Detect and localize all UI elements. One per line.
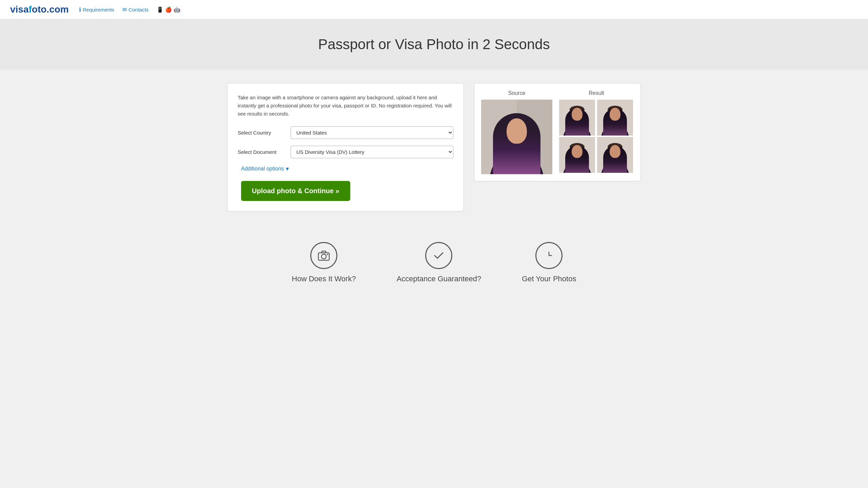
android-icon: 🤖 bbox=[174, 6, 180, 13]
svg-point-55 bbox=[573, 154, 575, 155]
svg-point-51 bbox=[568, 148, 573, 159]
bottom-grid: How Does It Work? Acceptance Guaranteed? bbox=[264, 242, 604, 283]
svg-point-53 bbox=[573, 154, 575, 156]
apple-icon: 🍎 bbox=[165, 6, 172, 13]
nav-requirements[interactable]: ℹ Requirements bbox=[79, 6, 114, 13]
svg-point-5 bbox=[518, 167, 522, 171]
nav-apps[interactable]: 📱 🍎 🤖 bbox=[157, 6, 180, 13]
country-row: Select Country United States Canada Unit… bbox=[238, 126, 453, 139]
source-photo bbox=[481, 100, 552, 174]
svg-point-28 bbox=[579, 116, 581, 118]
svg-point-16 bbox=[521, 139, 523, 141]
email-icon: ✉ bbox=[122, 6, 127, 13]
svg-point-45 bbox=[563, 161, 591, 173]
svg-point-42 bbox=[611, 117, 613, 118]
svg-point-7 bbox=[521, 166, 523, 168]
get-photos-label: Get Your Photos bbox=[522, 274, 576, 283]
svg-rect-22 bbox=[575, 121, 579, 127]
svg-point-24 bbox=[570, 106, 585, 114]
svg-point-12 bbox=[524, 128, 532, 145]
svg-rect-35 bbox=[613, 121, 617, 127]
site-header: visafoto.com ℹ Requirements ✉ Contacts 📱… bbox=[0, 0, 868, 19]
document-label: Select Document bbox=[238, 149, 285, 155]
svg-point-37 bbox=[608, 106, 623, 114]
svg-point-58 bbox=[601, 161, 629, 173]
svg-point-30 bbox=[579, 117, 581, 118]
result-photo-section: Result bbox=[559, 90, 634, 173]
hero-section: Passport or Visa Photo in 2 Seconds bbox=[0, 19, 868, 69]
site-logo[interactable]: visafoto.com bbox=[10, 4, 69, 15]
svg-point-40 bbox=[611, 116, 613, 118]
svg-point-38 bbox=[606, 111, 611, 122]
svg-point-41 bbox=[617, 116, 619, 118]
bottom-section: How Does It Work? Acceptance Guaranteed? bbox=[0, 225, 868, 293]
svg-point-23 bbox=[570, 108, 585, 126]
upload-button[interactable]: Upload photo & Continue » bbox=[241, 181, 350, 201]
check-icon-container bbox=[425, 242, 452, 269]
svg-point-3 bbox=[508, 166, 512, 169]
acceptance-label: Acceptance Guaranteed? bbox=[397, 274, 481, 283]
result-grid bbox=[559, 100, 634, 173]
svg-point-9 bbox=[504, 125, 530, 156]
svg-point-26 bbox=[581, 111, 587, 122]
svg-rect-8 bbox=[514, 148, 520, 156]
svg-point-64 bbox=[606, 148, 611, 159]
svg-point-67 bbox=[617, 154, 619, 156]
acceptance-item: Acceptance Guaranteed? bbox=[397, 242, 481, 283]
document-select[interactable]: US Diversity Visa (DV) Lottery US Passpo… bbox=[291, 146, 453, 158]
camera-icon bbox=[310, 242, 337, 269]
svg-point-6 bbox=[510, 169, 513, 172]
svg-point-72 bbox=[327, 254, 328, 255]
left-panel: Take an image with a smartphone or camer… bbox=[227, 83, 464, 211]
svg-point-13 bbox=[510, 138, 514, 141]
svg-point-66 bbox=[611, 154, 613, 156]
svg-point-46 bbox=[577, 160, 580, 163]
clock-icon bbox=[535, 242, 563, 269]
svg-point-2 bbox=[490, 150, 544, 174]
svg-point-10 bbox=[504, 121, 530, 134]
svg-point-59 bbox=[615, 160, 618, 163]
svg-point-17 bbox=[515, 142, 518, 145]
result-thumb-3 bbox=[559, 137, 595, 173]
main-content: Take an image with a smartphone or camer… bbox=[214, 83, 654, 211]
svg-point-39 bbox=[619, 111, 625, 122]
svg-point-68 bbox=[611, 154, 613, 155]
svg-rect-61 bbox=[613, 159, 617, 164]
svg-rect-48 bbox=[575, 159, 579, 164]
svg-point-27 bbox=[573, 116, 575, 118]
svg-rect-44 bbox=[559, 137, 595, 173]
svg-point-15 bbox=[511, 139, 513, 141]
document-row: Select Document US Diversity Visa (DV) L… bbox=[238, 146, 453, 158]
svg-point-62 bbox=[608, 145, 623, 164]
right-panel: Source bbox=[474, 83, 641, 181]
svg-point-49 bbox=[570, 145, 585, 164]
hero-title: Passport or Visa Photo in 2 Seconds bbox=[7, 36, 861, 53]
svg-point-43 bbox=[617, 117, 619, 118]
svg-point-34 bbox=[612, 124, 615, 127]
camera-icon-container bbox=[310, 242, 337, 269]
get-photos-item: Get Your Photos bbox=[522, 242, 576, 283]
result-label: Result bbox=[559, 90, 634, 96]
country-label: Select Country bbox=[238, 130, 285, 136]
svg-point-60 bbox=[612, 161, 615, 164]
additional-options-button[interactable]: Additional options ▾ bbox=[241, 165, 289, 172]
source-photo-section: Source bbox=[481, 90, 552, 174]
svg-point-52 bbox=[581, 148, 587, 159]
description-text: Take an image with a smartphone or camer… bbox=[238, 94, 453, 118]
result-thumb-1 bbox=[559, 100, 595, 136]
svg-point-36 bbox=[608, 108, 623, 126]
svg-point-63 bbox=[608, 143, 623, 151]
nav-contacts[interactable]: ✉ Contacts bbox=[122, 6, 149, 13]
chevron-down-icon: ▾ bbox=[286, 165, 289, 172]
svg-point-4 bbox=[514, 164, 516, 167]
country-select[interactable]: United States Canada United Kingdom Aust… bbox=[291, 126, 453, 139]
svg-point-32 bbox=[601, 123, 629, 136]
result-thumb-2 bbox=[597, 100, 633, 136]
svg-rect-1 bbox=[517, 100, 552, 174]
svg-point-69 bbox=[617, 154, 619, 155]
how-it-works-item: How Does It Work? bbox=[292, 242, 356, 283]
svg-point-71 bbox=[321, 254, 326, 259]
svg-point-20 bbox=[577, 122, 580, 126]
how-it-works-label: How Does It Work? bbox=[292, 274, 356, 283]
phone-icon: 📱 bbox=[157, 6, 163, 13]
